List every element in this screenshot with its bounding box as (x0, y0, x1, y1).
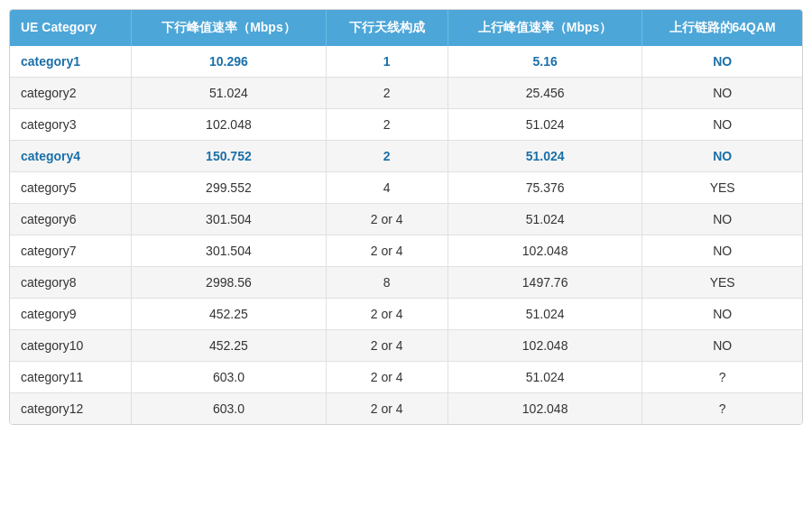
dl-antenna-cell: 4 (326, 171, 448, 203)
dl-antenna-cell: 8 (326, 266, 448, 298)
ul-peak-cell: 51.024 (448, 298, 641, 329)
table-row: category12603.02 or 4102.048? (10, 392, 802, 424)
table-row: category7301.5042 or 4102.048NO (10, 235, 802, 266)
dl-peak-cell: 301.504 (132, 203, 326, 235)
table-row: category6301.5042 or 451.024NO (10, 203, 802, 235)
category-cell: category5 (10, 171, 132, 203)
table-row: category10452.252 or 4102.048NO (10, 329, 802, 361)
ul-peak-cell: 102.048 (448, 392, 641, 424)
ul-64qam-cell: NO (642, 77, 802, 108)
ul-64qam-cell: NO (642, 46, 802, 78)
dl-peak-cell: 10.296 (132, 46, 326, 78)
category-cell: category11 (10, 361, 132, 392)
ul-peak-cell: 1497.76 (448, 266, 641, 298)
dl-antenna-cell: 2 or 4 (326, 203, 448, 235)
dl-antenna-cell: 2 (326, 108, 448, 140)
dl-peak-cell: 452.25 (132, 298, 326, 329)
ul-peak-cell: 51.024 (448, 140, 641, 171)
column-header-dl-antenna: 下行天线构成 (326, 10, 448, 46)
ul-peak-cell: 25.456 (448, 77, 641, 108)
ul-64qam-cell: NO (642, 140, 802, 171)
dl-antenna-cell: 2 (326, 77, 448, 108)
category-cell: category12 (10, 392, 132, 424)
ue-category-table: UE Category下行峰值速率（Mbps）下行天线构成上行峰值速率（Mbps… (9, 9, 803, 425)
ul-64qam-cell: NO (642, 235, 802, 266)
ul-64qam-cell: YES (642, 266, 802, 298)
ul-64qam-cell: NO (642, 108, 802, 140)
dl-peak-cell: 102.048 (132, 108, 326, 140)
ul-peak-cell: 51.024 (448, 361, 641, 392)
dl-peak-cell: 603.0 (132, 392, 326, 424)
category-cell: category3 (10, 108, 132, 140)
table-row: category4150.752251.024NO (10, 140, 802, 171)
dl-antenna-cell: 2 (326, 140, 448, 171)
ul-peak-cell: 75.376 (448, 171, 641, 203)
table-row: category9452.252 or 451.024NO (10, 298, 802, 329)
dl-peak-cell: 51.024 (132, 77, 326, 108)
ul-peak-cell: 102.048 (448, 235, 641, 266)
category-cell: category9 (10, 298, 132, 329)
dl-antenna-cell: 1 (326, 46, 448, 78)
ul-peak-cell: 102.048 (448, 329, 641, 361)
table-row: category3102.048251.024NO (10, 108, 802, 140)
category-cell: category4 (10, 140, 132, 171)
table-row: category5299.552475.376YES (10, 171, 802, 203)
category-cell: category2 (10, 77, 132, 108)
dl-peak-cell: 301.504 (132, 235, 326, 266)
ul-64qam-cell: YES (642, 171, 802, 203)
category-cell: category10 (10, 329, 132, 361)
ul-64qam-cell: ? (642, 392, 802, 424)
ul-64qam-cell: NO (642, 298, 802, 329)
ul-64qam-cell: NO (642, 203, 802, 235)
table-row: category11603.02 or 451.024? (10, 361, 802, 392)
category-cell: category8 (10, 266, 132, 298)
dl-peak-cell: 150.752 (132, 140, 326, 171)
table-header-row: UE Category下行峰值速率（Mbps）下行天线构成上行峰值速率（Mbps… (10, 10, 802, 46)
dl-antenna-cell: 2 or 4 (326, 361, 448, 392)
column-header-ue-category: UE Category (10, 10, 132, 46)
category-cell: category7 (10, 235, 132, 266)
ul-64qam-cell: NO (642, 329, 802, 361)
dl-antenna-cell: 2 or 4 (326, 392, 448, 424)
dl-antenna-cell: 2 or 4 (326, 235, 448, 266)
table-row: category110.29615.16NO (10, 46, 802, 78)
table-row: category251.024225.456NO (10, 77, 802, 108)
ul-peak-cell: 51.024 (448, 108, 641, 140)
ul-peak-cell: 51.024 (448, 203, 641, 235)
dl-peak-cell: 603.0 (132, 361, 326, 392)
category-cell: category1 (10, 46, 132, 78)
dl-antenna-cell: 2 or 4 (326, 298, 448, 329)
dl-antenna-cell: 2 or 4 (326, 329, 448, 361)
dl-peak-cell: 2998.56 (132, 266, 326, 298)
column-header-dl-peak: 下行峰值速率（Mbps） (132, 10, 326, 46)
table-row: category82998.5681497.76YES (10, 266, 802, 298)
category-cell: category6 (10, 203, 132, 235)
column-header-ul-64qam: 上行链路的64QAM (642, 10, 802, 46)
ul-64qam-cell: ? (642, 361, 802, 392)
dl-peak-cell: 452.25 (132, 329, 326, 361)
ul-peak-cell: 5.16 (448, 46, 641, 78)
dl-peak-cell: 299.552 (132, 171, 326, 203)
column-header-ul-peak: 上行峰值速率（Mbps） (448, 10, 641, 46)
